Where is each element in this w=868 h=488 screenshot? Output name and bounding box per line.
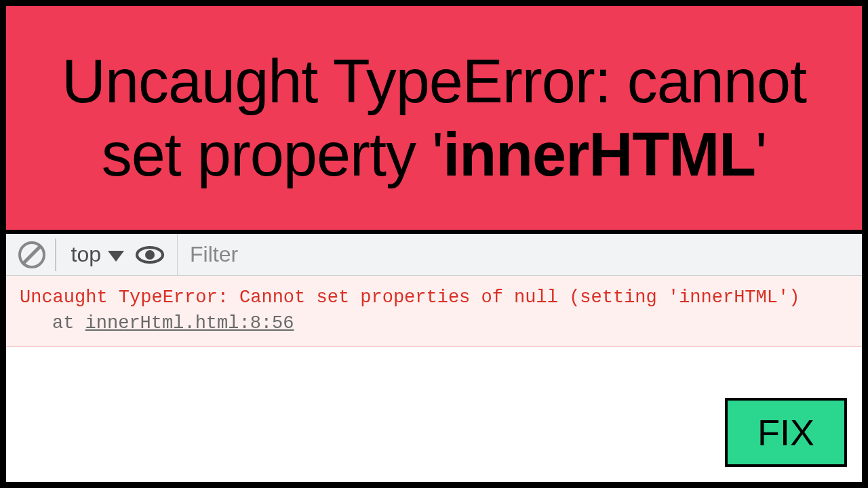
outer-frame: Uncaught TypeError: cannot set property … — [0, 0, 868, 488]
clear-console-icon[interactable] — [18, 241, 45, 268]
error-source-link[interactable]: innerHtml.html:8:56 — [85, 313, 294, 333]
fix-button-label: FIX — [757, 411, 814, 453]
hero-line1: Uncaught TypeError: cannot — [62, 47, 806, 115]
toolbar-left: top — [6, 239, 177, 271]
toolbar-divider — [55, 239, 56, 271]
filter-input[interactable] — [177, 234, 862, 275]
svg-point-1 — [145, 250, 155, 260]
hero-title: Uncaught TypeError: cannot set property … — [62, 45, 806, 191]
console-error-row[interactable]: Uncaught TypeError: Cannot set propertie… — [6, 276, 862, 347]
hero-line2-suffix: ' — [755, 121, 766, 188]
at-prefix: at — [52, 313, 85, 333]
fix-button[interactable]: FIX — [725, 398, 847, 467]
chevron-down-icon — [108, 251, 124, 262]
context-selector[interactable]: top — [66, 242, 130, 267]
context-label: top — [71, 242, 101, 267]
console-toolbar: top — [6, 234, 862, 276]
hero-line2-prefix: set property ' — [102, 121, 443, 188]
live-expression-icon[interactable] — [135, 240, 165, 270]
hero-line2-bold: innerHTML — [443, 121, 755, 188]
content-area: Uncaught TypeError: cannot set property … — [6, 6, 862, 482]
hero-banner: Uncaught TypeError: cannot set property … — [6, 6, 862, 234]
error-message: Uncaught TypeError: Cannot set propertie… — [20, 285, 848, 311]
error-stack-line: at innerHtml.html:8:56 — [20, 311, 848, 337]
bottom-area: FIX — [6, 347, 862, 482]
